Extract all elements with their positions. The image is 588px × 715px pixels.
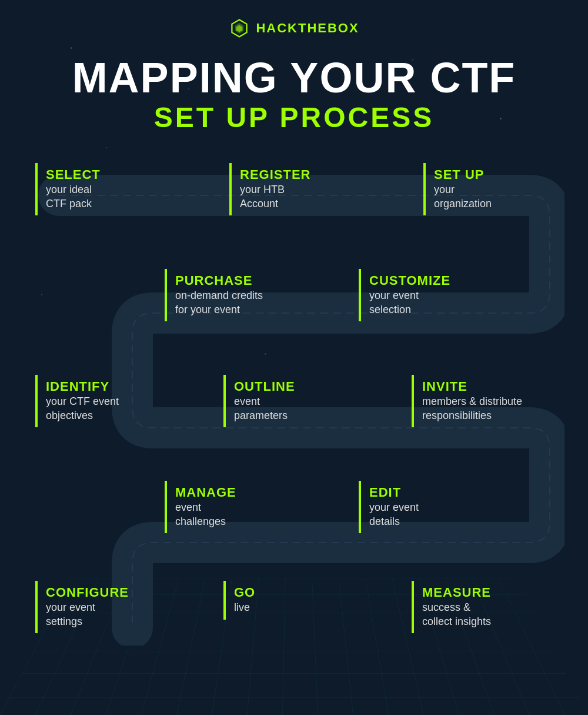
step-customize-keyword: CUSTOMIZE (369, 274, 523, 288)
step-purchase-desc: on-demand creditsfor your event (175, 289, 329, 317)
step-invite-keyword: INVITE (422, 380, 576, 394)
htb-logo-icon (229, 18, 250, 39)
step-go-desc: live (234, 601, 388, 614)
step-edit-keyword: EDIT (369, 485, 523, 500)
step-configure-keyword: CONFIGURE (46, 586, 200, 600)
step-customize-desc: your eventselection (369, 289, 523, 317)
step-customize: CUSTOMIZE your eventselection (359, 269, 523, 321)
step-purchase: PURCHASE on-demand creditsfor your event (165, 269, 329, 321)
step-register-keyword: REGISTER (240, 168, 394, 182)
title-line1: MAPPING YOUR CTF (24, 56, 564, 99)
step-outline-keyword: OUTLINE (234, 380, 388, 394)
step-register: REGISTER your HTBAccount (229, 163, 394, 215)
step-manage-desc: eventchallenges (175, 501, 329, 528)
step-setup-keyword: SET UP (434, 168, 588, 182)
main-title: MAPPING YOUR CTF SET UP PROCESS (24, 56, 564, 134)
step-manage-keyword: MANAGE (175, 485, 329, 500)
brand-name: HACKTHEBOX (256, 21, 359, 36)
step-measure-keyword: MEASURE (422, 586, 576, 600)
step-outline-desc: eventparameters (234, 395, 388, 423)
step-go: GO live (223, 581, 388, 620)
step-configure: CONFIGURE your eventsettings (35, 581, 200, 633)
step-setup: SET UP yourorganization (423, 163, 588, 215)
road-container: SELECT your idealCTF pack REGISTER your … (24, 163, 564, 646)
step-select: SELECT your idealCTF pack (35, 163, 200, 215)
step-select-keyword: SELECT (46, 168, 200, 182)
step-purchase-keyword: PURCHASE (175, 274, 329, 288)
step-edit: EDIT your eventdetails (359, 481, 523, 533)
header: HACKTHEBOX (24, 18, 564, 39)
step-invite: INVITE members & distributeresponsibilit… (412, 375, 576, 427)
step-outline: OUTLINE eventparameters (223, 375, 388, 427)
step-go-keyword: GO (234, 586, 388, 600)
step-identify-desc: your CTF eventobjectives (46, 395, 200, 423)
step-identify-keyword: IDENTIFY (46, 380, 200, 394)
step-invite-desc: members & distributeresponsibilities (422, 395, 576, 423)
step-register-desc: your HTBAccount (240, 183, 394, 211)
step-manage: MANAGE eventchallenges (165, 481, 329, 533)
title-line2: SET UP PROCESS (24, 101, 564, 134)
step-configure-desc: your eventsettings (46, 601, 200, 628)
step-select-desc: your idealCTF pack (46, 183, 200, 211)
step-edit-desc: your eventdetails (369, 501, 523, 528)
step-identify: IDENTIFY your CTF eventobjectives (35, 375, 200, 427)
step-measure: MEASURE success &collect insights (412, 581, 576, 633)
page-wrapper: HACKTHEBOX MAPPING YOUR CTF SET UP PROCE… (0, 0, 588, 681)
step-measure-desc: success &collect insights (422, 601, 576, 628)
step-setup-desc: yourorganization (434, 183, 588, 211)
